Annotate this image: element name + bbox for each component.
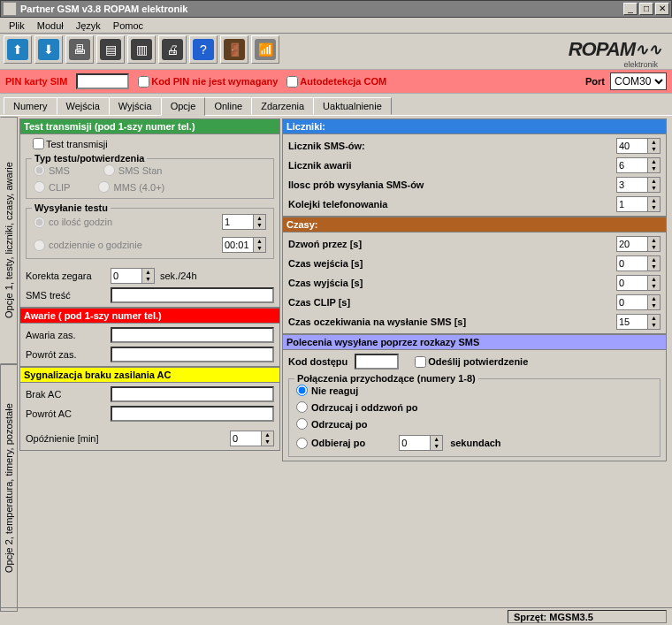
licznik-sms-label: Licznik SMS-ów: bbox=[288, 141, 611, 151]
close-button[interactable]: ✕ bbox=[655, 3, 669, 15]
radio-clip[interactable]: CLIP bbox=[34, 181, 70, 193]
menubar: Plik Moduł Język Pomoc bbox=[0, 18, 672, 34]
awaria-zas-input[interactable] bbox=[111, 327, 274, 343]
czas-wyj-label: Czas wyjścia [s] bbox=[288, 278, 611, 288]
toolbar-upload-rpm[interactable]: ⬆ bbox=[4, 35, 32, 64]
port-select[interactable]: COM30 bbox=[610, 72, 667, 90]
tab-wyjscia[interactable]: Wyjścia bbox=[109, 97, 162, 115]
awaria-zas-label: Awaria zas. bbox=[26, 330, 105, 340]
czas-wyj-spinner[interactable]: ▲▼ bbox=[616, 275, 661, 291]
toolbar-write[interactable]: ▥ bbox=[127, 35, 156, 64]
korekta-spinner[interactable]: ▲▼ bbox=[111, 268, 155, 284]
test-type-legend: Typ testu/potwierdzenia bbox=[32, 153, 147, 164]
polecenia-header: Polecenia wysyłane poprzez rozkazy SMS bbox=[282, 334, 667, 350]
brak-ac-input[interactable] bbox=[111, 386, 274, 402]
ilosc-prob-spinner[interactable]: ▲▼ bbox=[616, 177, 661, 193]
kod-label: Kod dostępu bbox=[288, 356, 347, 367]
licznik-awarii-label: Licznik awarii bbox=[288, 160, 611, 171]
side-tab-opcje2[interactable]: Opcje 2, temperatura, timery, pozostałe bbox=[0, 364, 18, 612]
brak-ac-label: Brak AC bbox=[26, 389, 105, 400]
radio-every-hours[interactable]: co ilość godzin bbox=[34, 217, 112, 228]
test-transmisji-header: Test transmisji (pod 1-szy numer tel.) bbox=[19, 118, 280, 134]
tab-zdarzenia[interactable]: Zdarzenia bbox=[251, 97, 314, 115]
polaczenia-legend: Połączenia przychodzące (numery 1-8) bbox=[294, 373, 478, 384]
czasy-header: Czasy: bbox=[282, 217, 667, 232]
licznik-sms-spinner[interactable]: ▲▼ bbox=[616, 138, 661, 154]
tab-online[interactable]: Online bbox=[204, 97, 252, 115]
kolejki-label: Kolejki telefonowania bbox=[288, 199, 611, 210]
sekund-unit: sekundach bbox=[450, 438, 500, 448]
side-tabs: Opcje 1, testy, liczniki, czasy, awarie … bbox=[0, 117, 18, 612]
radio-sms-stan[interactable]: SMS Stan bbox=[103, 164, 163, 176]
liczniki-header: Liczniki: bbox=[282, 118, 667, 134]
menu-plik[interactable]: Plik bbox=[4, 19, 30, 32]
korekta-unit: sek./24h bbox=[160, 271, 197, 281]
sms-tresc-input[interactable] bbox=[111, 287, 274, 303]
radio-daily[interactable]: codziennie o godzinie bbox=[34, 240, 142, 251]
window-title: Partner GSM v3.8 ROPAM elektronik bbox=[20, 4, 623, 14]
wysylanie-legend: Wysyłanie testu bbox=[32, 202, 111, 213]
tab-numery[interactable]: Numery bbox=[4, 97, 57, 115]
kod-input[interactable] bbox=[355, 354, 399, 370]
hours-spinner[interactable]: ▲▼ bbox=[222, 214, 266, 230]
dzwon-label: Dzwoń przez [s] bbox=[288, 239, 611, 249]
awarie-header: Awarie ( pod 1-szy numer tel.) bbox=[19, 308, 280, 324]
radio-sms[interactable]: SMS bbox=[34, 164, 70, 176]
content-area: Opcje 1, testy, liczniki, czasy, awarie … bbox=[0, 117, 672, 612]
czas-clip-spinner[interactable]: ▲▼ bbox=[616, 294, 661, 310]
autodetect-checkbox[interactable]: Autodetekcja COM bbox=[286, 76, 386, 88]
czas-wej-spinner[interactable]: ▲▼ bbox=[616, 255, 661, 271]
odeslij-checkbox[interactable]: Odeślij potwierdzenie bbox=[415, 356, 528, 368]
time-spinner[interactable]: ▲▼ bbox=[222, 237, 266, 253]
dzwon-spinner[interactable]: ▲▼ bbox=[616, 236, 661, 252]
tab-wejscia[interactable]: Wejścia bbox=[57, 97, 110, 115]
czas-ocze-spinner[interactable]: ▲▼ bbox=[616, 314, 661, 330]
radio-odrzucaj-oddzwon[interactable]: Odrzucaj i oddzwoń po bbox=[296, 401, 417, 413]
powrot-ac-label: Powrót AC bbox=[26, 408, 105, 419]
toolbar-print[interactable]: 🖨 bbox=[158, 35, 187, 64]
main-tabs: Numery Wejścia Wyjścia Opcje Online Zdar… bbox=[0, 94, 672, 115]
minimize-button[interactable]: _ bbox=[623, 3, 638, 15]
menu-modul[interactable]: Moduł bbox=[32, 19, 69, 32]
licznik-awarii-spinner[interactable]: ▲▼ bbox=[616, 157, 661, 173]
powrot-zas-input[interactable] bbox=[111, 347, 274, 362]
pin-label: PIN karty SIM bbox=[5, 76, 67, 87]
radio-odbieraj[interactable]: Odbieraj po bbox=[296, 438, 365, 449]
menu-jezyk[interactable]: Język bbox=[71, 19, 106, 32]
app-icon bbox=[3, 2, 17, 16]
radio-odrzucaj[interactable]: Odrzucaj po bbox=[296, 418, 368, 430]
opoznienie-label: Opóźnienie [min] bbox=[26, 433, 123, 444]
sekund-spinner[interactable]: ▲▼ bbox=[399, 435, 443, 451]
pin-bar: PIN karty SIM Kod PIN nie jest wymagany … bbox=[0, 69, 672, 94]
toolbar-exit[interactable]: 🚪 bbox=[220, 35, 248, 64]
korekta-label: Korekta zegara bbox=[26, 271, 105, 281]
app-logo: ROPAM ∿∿ bbox=[569, 38, 668, 61]
kolejki-spinner[interactable]: ▲▼ bbox=[616, 196, 661, 212]
toolbar-read[interactable]: ▤ bbox=[96, 35, 125, 64]
side-tab-opcje1[interactable]: Opcje 1, testy, liczniki, czasy, awarie bbox=[0, 117, 18, 364]
sms-tresc-label: SMS treść bbox=[26, 290, 105, 301]
ilosc-prob-label: Ilosc prób wysyłania SMS-ów bbox=[288, 179, 611, 190]
czas-clip-label: Czas CLIP [s] bbox=[288, 297, 611, 308]
powrot-zas-label: Powrót zas. bbox=[26, 349, 105, 360]
opoznienie-spinner[interactable]: ▲▼ bbox=[230, 431, 274, 446]
ac-header: Sygnalizacja braku zasilania AC bbox=[19, 367, 280, 383]
powrot-ac-input[interactable] bbox=[111, 406, 274, 422]
radio-nie-reaguj[interactable]: Nie reaguj bbox=[296, 385, 358, 396]
tab-opcje[interactable]: Opcje bbox=[161, 97, 206, 116]
czas-wej-label: Czas wejścia [s] bbox=[288, 258, 611, 269]
tab-uaktualnienie[interactable]: Uaktualnienie bbox=[313, 97, 392, 115]
status-hardware: Sprzęt: MGSM3.5 bbox=[508, 610, 667, 623]
toolbar-download-rpm[interactable]: ⬇ bbox=[34, 35, 63, 64]
menu-pomoc[interactable]: Pomoc bbox=[108, 19, 149, 32]
toolbar-signal[interactable]: 📶 bbox=[251, 35, 279, 64]
pin-input[interactable] bbox=[76, 73, 129, 89]
statusbar: Sprzęt: MGSM3.5 bbox=[0, 607, 672, 625]
toolbar-device[interactable]: 🖶 bbox=[65, 35, 94, 64]
maximize-button[interactable]: □ bbox=[639, 3, 653, 15]
titlebar: Partner GSM v3.8 ROPAM elektronik _ □ ✕ bbox=[0, 0, 672, 18]
nopin-checkbox[interactable]: Kod PIN nie jest wymagany bbox=[138, 76, 278, 88]
toolbar-help[interactable]: ? bbox=[189, 35, 218, 64]
test-transmisji-checkbox[interactable]: Test transmisji bbox=[33, 138, 274, 149]
radio-mms[interactable]: MMS (4.0+) bbox=[98, 181, 164, 193]
